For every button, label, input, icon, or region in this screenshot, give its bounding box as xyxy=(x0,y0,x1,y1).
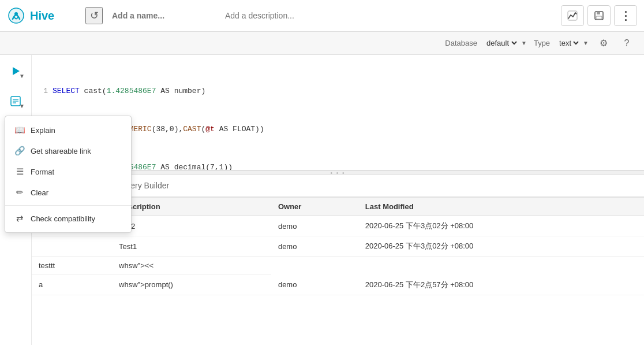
more-button[interactable]: ⋮ xyxy=(614,5,637,26)
settings-button[interactable]: ⚙ xyxy=(596,35,612,51)
menu-item-clear[interactable]: ✏Clear xyxy=(5,182,131,203)
cell-description: Test1 xyxy=(112,236,271,257)
database-dropdown[interactable]: default xyxy=(484,38,519,48)
type-dropdown[interactable]: text xyxy=(557,38,581,48)
cell-name: testtt xyxy=(32,257,112,275)
menu-label-clear: Clear xyxy=(31,188,48,197)
cell-modified: 2020-06-25 下午3点02分 +08:00 xyxy=(358,216,644,236)
toolbar: Database default ▼ Type text ▼ ⚙ ? xyxy=(0,32,644,55)
type-label: Type xyxy=(534,39,550,47)
save-button[interactable] xyxy=(587,5,611,26)
svg-rect-5 xyxy=(596,16,602,19)
header: Hive ↺ ⋮ xyxy=(0,0,644,32)
menu-item-compatibility[interactable]: ⇄Check compatibility xyxy=(5,208,131,229)
header-actions: ⋮ xyxy=(561,5,637,26)
menu-item-explain[interactable]: 📖Explain xyxy=(5,120,131,140)
database-select[interactable]: default ▼ xyxy=(484,38,527,48)
shareable-icon: 🔗 xyxy=(14,146,25,156)
type-select[interactable]: text ▼ xyxy=(557,38,589,48)
menu-label-compatibility: Check compatibility xyxy=(31,214,95,223)
cell-owner: demo xyxy=(271,275,358,295)
cell-name xyxy=(32,236,112,257)
db-label: Database xyxy=(445,39,477,47)
menu-item-format[interactable]: ☰Format xyxy=(5,161,131,182)
svg-rect-4 xyxy=(597,12,600,14)
run-button[interactable]: ▼ xyxy=(5,61,26,81)
run-arrow-icon: ▼ xyxy=(19,73,25,79)
more-icon: ⋮ xyxy=(620,9,632,23)
clear-icon: ✏ xyxy=(14,187,25,198)
cell-owner: demo xyxy=(271,236,358,257)
svg-point-1 xyxy=(14,12,18,16)
menu-label-format: Format xyxy=(31,168,54,176)
menu-label-explain: Explain xyxy=(31,126,55,135)
table-row[interactable]: testtt whsw"><<prompt()</td> <td data-na… xyxy=(32,257,644,275)
menu-item-shareable[interactable]: 🔗Get shareable link xyxy=(5,140,131,161)
table-row[interactable]: Test1 demo 2020-06-25 下午3点02分 +08:00 xyxy=(32,236,644,257)
col-description: Description xyxy=(112,198,271,216)
col-owner: Owner xyxy=(271,198,358,216)
type-chevron-icon: ▼ xyxy=(583,40,589,46)
code-line-1: 1SELECT cast(1.4285486E7 AS number) xyxy=(36,85,644,98)
menu-divider xyxy=(5,205,131,206)
menu-label-shareable: Get shareable link xyxy=(31,147,91,155)
cell-modified: 2020-06-25 下午3点02分 +08:00 xyxy=(358,236,644,257)
description-input[interactable] xyxy=(225,11,561,20)
app-logo: Hive xyxy=(7,6,76,25)
cell-description: whsw"><<prompt()</td> <td data-name="cel… xyxy=(112,257,271,275)
dropdown-menu: 📖Explain🔗Get shareable link☰Format✏Clear… xyxy=(5,116,132,233)
cell-description: whsw">prompt() xyxy=(112,275,271,295)
chart-button[interactable] xyxy=(561,5,584,26)
col-modified: Last Modified xyxy=(358,198,644,216)
undo-button[interactable]: ↺ xyxy=(85,7,103,24)
compatibility-icon: ⇄ xyxy=(14,213,25,224)
name-input[interactable] xyxy=(112,11,220,20)
cell-name: a xyxy=(32,275,112,295)
cell-owner: demo xyxy=(271,216,358,236)
cell-modified: 2020-06-25 下午2点57分 +08:00 xyxy=(358,275,644,295)
results-arrow-icon: ▼ xyxy=(19,103,25,109)
cell-description: test2 xyxy=(112,216,271,236)
help-button[interactable]: ? xyxy=(619,35,635,51)
logo-text: Hive xyxy=(30,9,54,23)
explain-icon: 📖 xyxy=(14,125,25,135)
format-icon: ☰ xyxy=(14,166,25,177)
table-row[interactable]: a whsw">prompt() demo 2020-06-25 下午2点57分… xyxy=(32,275,644,295)
db-chevron-icon: ▼ xyxy=(521,40,527,46)
results-button[interactable]: ▼ xyxy=(5,91,26,112)
